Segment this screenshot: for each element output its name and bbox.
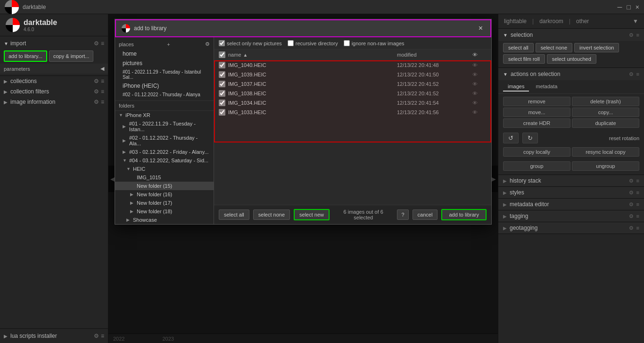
tree-showcase[interactable]: ▶ Showcase — [115, 216, 214, 224]
styles-settings-icon: ⚙ — [629, 190, 634, 196]
footer-select-none-button[interactable]: select none — [253, 209, 290, 220]
move-button[interactable]: move... — [503, 108, 570, 117]
tree-new-folder-17[interactable]: ▶ New folder (17) — [115, 199, 214, 207]
footer-select-new-button[interactable]: select new — [294, 209, 330, 220]
tagging-section-header[interactable]: ▶ tagging ⚙ ≡ — [498, 210, 644, 222]
tree-new-folder-16[interactable]: ▶ New folder (16) — [115, 190, 214, 199]
ungroup-button[interactable]: ungroup — [572, 161, 639, 171]
group-button[interactable]: group — [503, 161, 570, 171]
select-all-files-checkbox[interactable] — [219, 51, 225, 58]
select-none-button[interactable]: select none — [536, 43, 572, 52]
nav-darkroom[interactable]: darkroom — [539, 18, 563, 25]
tree-folder-02[interactable]: ▶ #02 - 01.12.2022 - Thursday - Ala... — [115, 134, 214, 148]
ignore-non-raw-checkbox[interactable] — [344, 40, 350, 46]
copy-import-button[interactable]: copy & import... — [49, 50, 93, 62]
delete-trash-button[interactable]: delete (trash) — [572, 97, 639, 106]
footer-help-button[interactable]: ? — [397, 209, 408, 220]
file-item-2[interactable]: IMG_1037.HEIC 12/13/22 20:41:52 👁 — [214, 79, 491, 89]
tab-images[interactable]: images — [503, 82, 529, 92]
tree-new-folder-15[interactable]: New folder (15) — [115, 182, 214, 190]
rotate-cw-button[interactable]: ↻ — [522, 133, 538, 143]
copy-button[interactable]: copy... — [572, 108, 639, 117]
sidebar-item-collections[interactable]: ▶ collections ⚙ ≡ — [0, 76, 108, 86]
file-item-0[interactable]: IMG_1040.HEIC 12/13/22 20:41:48 👁 — [214, 60, 491, 70]
tree-folder-01[interactable]: ▶ #01 - 2022.11.29 - Tuesday - Istan... — [115, 119, 214, 134]
nav-lighttable[interactable]: lighttable — [504, 18, 527, 25]
add-library-button[interactable]: add to library... — [4, 50, 47, 62]
place-istanbul[interactable]: #01 - 2022.11.29 - Tuesday - Istanbul Sa… — [115, 68, 214, 81]
file-eye-4[interactable]: 👁 — [472, 100, 487, 106]
tree-iphone-xr[interactable]: ▼ iPhone XR — [115, 111, 214, 119]
file-eye-2[interactable]: 👁 — [472, 81, 487, 87]
actions-chevron-icon: ▼ — [503, 72, 508, 77]
duplicate-button[interactable]: duplicate — [572, 118, 639, 128]
invert-selection-button[interactable]: invert selection — [574, 43, 619, 52]
file-name-header: name ▲ — [228, 52, 397, 58]
ignore-non-raw-checkbox-label[interactable]: ignore non-raw images — [344, 40, 405, 46]
file-item-5[interactable]: IMG_1033.HEIC 12/13/22 20:41:56 👁 — [214, 108, 491, 117]
metadata-editor-section-header[interactable]: ▶ metadata editor ⚙ ≡ — [498, 199, 644, 210]
new-folder-15-label: New folder (15) — [137, 183, 172, 189]
styles-section-header[interactable]: ▶ styles ⚙ ≡ — [498, 187, 644, 199]
sidebar-item-collection-filters[interactable]: ▶ collection filters ⚙ ≡ — [0, 86, 108, 97]
copy-locally-button[interactable]: copy locally — [503, 147, 570, 157]
remove-button[interactable]: remove — [503, 97, 570, 106]
tree-heic[interactable]: ▼ HEIC — [115, 165, 214, 173]
file-checkbox-3[interactable] — [219, 90, 225, 97]
file-checkbox-0[interactable] — [219, 62, 225, 68]
footer-cancel-button[interactable]: cancel — [413, 209, 438, 220]
file-item-4[interactable]: IMG_1034.HEIC 12/13/22 20:41:54 👁 — [214, 98, 491, 108]
file-checkbox-5[interactable] — [219, 109, 225, 116]
tree-folder-03[interactable]: ▶ #03 - 02.12.2022 - Friday - Alany... — [115, 148, 214, 156]
rotate-ccw-button[interactable]: ↺ — [503, 133, 519, 143]
minimize-button[interactable]: ─ — [617, 3, 622, 11]
select-all-button[interactable]: select all — [503, 43, 534, 52]
create-hdr-button[interactable]: create HDR — [503, 118, 570, 128]
history-stack-section-header[interactable]: ▶ history stack ⚙ ≡ — [498, 175, 644, 187]
file-item-1[interactable]: IMG_1039.HEIC 12/13/22 20:41:50 👁 — [214, 70, 491, 79]
file-eye-1[interactable]: 👁 — [472, 72, 487, 77]
import-section-header[interactable]: ▼ import ⚙ ≡ — [0, 38, 108, 49]
file-checkbox-1[interactable] — [219, 71, 225, 78]
selection-section-header[interactable]: ▼ selection ⚙ ≡ — [498, 29, 644, 41]
window-controls[interactable]: ─ □ × — [617, 3, 639, 11]
select-new-pictures-checkbox[interactable] — [219, 40, 225, 46]
close-button[interactable]: × — [636, 3, 639, 11]
tree-folder-04[interactable]: ▼ #04 - 03.12.2022, Saturday - Sid... — [115, 156, 214, 165]
maximize-button[interactable]: □ — [627, 3, 630, 11]
select-new-pictures-checkbox-label[interactable]: select only new pictures — [219, 40, 282, 46]
file-eye-0[interactable]: 👁 — [472, 62, 487, 68]
sort-arrow-icon[interactable]: ▲ — [243, 52, 248, 58]
sidebar-item-image-information[interactable]: ▶ image information ⚙ ≡ — [0, 97, 108, 107]
footer-select-all-button[interactable]: select all — [219, 209, 249, 220]
tree-img1015[interactable]: IMG_1015 — [115, 173, 214, 182]
tab-metadata[interactable]: metadata — [531, 82, 562, 92]
place-pictures[interactable]: pictures — [115, 59, 214, 68]
dialog-close-button[interactable]: × — [477, 24, 485, 33]
footer-add-to-library-button[interactable]: add to library — [441, 209, 487, 220]
place-alanya[interactable]: #02 - 01.12.2022 - Thursday - Alanya — [115, 91, 214, 99]
actions-section-header[interactable]: ▼ actions on selection ⚙ ≡ — [498, 68, 644, 80]
resync-local-copy-button[interactable]: resync local copy — [572, 147, 639, 157]
history-stack-icons: ⚙ ≡ — [629, 178, 639, 184]
nav-other[interactable]: other — [576, 18, 589, 25]
place-home[interactable]: home — [115, 49, 214, 59]
file-eye-3[interactable]: 👁 — [472, 91, 487, 96]
sidebar-item-lua[interactable]: ▶ lua scripts installer ⚙ ≡ — [0, 331, 108, 341]
places-add-icon[interactable]: + — [167, 42, 170, 47]
geotagging-section-header[interactable]: ▶ geotagging ⚙ ≡ — [498, 222, 644, 234]
recursive-directory-checkbox-label[interactable]: recursive directory — [288, 40, 338, 46]
file-eye-5[interactable]: 👁 — [472, 109, 487, 115]
image-information-icons: ⚙ ≡ — [94, 99, 104, 105]
file-checkbox-4[interactable] — [219, 100, 225, 106]
select-film-roll-button[interactable]: select film roll — [503, 54, 545, 64]
tree-new-folder-18[interactable]: ▶ New folder (18) — [115, 207, 214, 216]
place-iphone[interactable]: iPhone (HEIC) — [115, 81, 214, 91]
actions-settings-icon: ⚙ — [629, 71, 634, 77]
places-section: places + ⚙ home pictures #01 - 2022.11.2… — [115, 37, 214, 101]
recursive-directory-checkbox[interactable] — [288, 40, 294, 46]
file-item-3[interactable]: IMG_1038.HEIC 12/13/22 20:41:52 👁 — [214, 89, 491, 98]
nav-dropdown-icon[interactable]: ▼ — [633, 18, 638, 25]
file-checkbox-2[interactable] — [219, 81, 225, 87]
select-untouched-button[interactable]: select untouched — [547, 54, 596, 64]
